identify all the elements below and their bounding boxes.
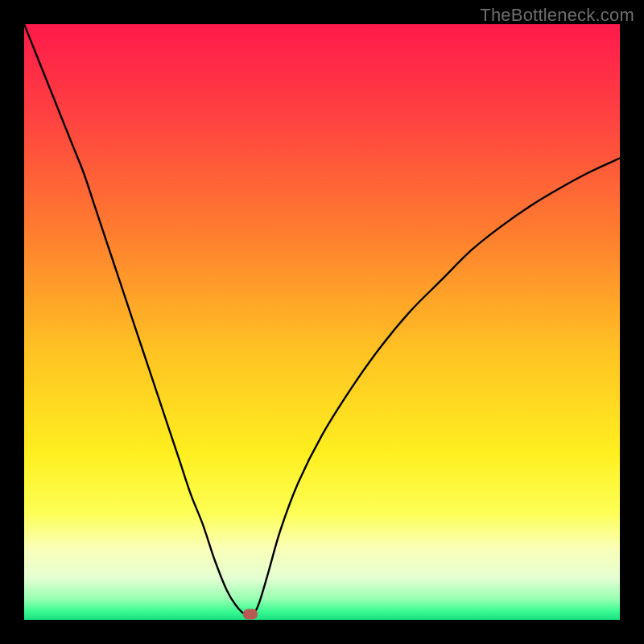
bottleneck-curve — [24, 24, 620, 615]
watermark-text: TheBottleneck.com — [480, 5, 634, 26]
minimum-marker — [243, 609, 258, 619]
plot-area — [24, 24, 620, 620]
curve-layer — [24, 24, 620, 620]
chart-frame: TheBottleneck.com — [0, 0, 644, 644]
